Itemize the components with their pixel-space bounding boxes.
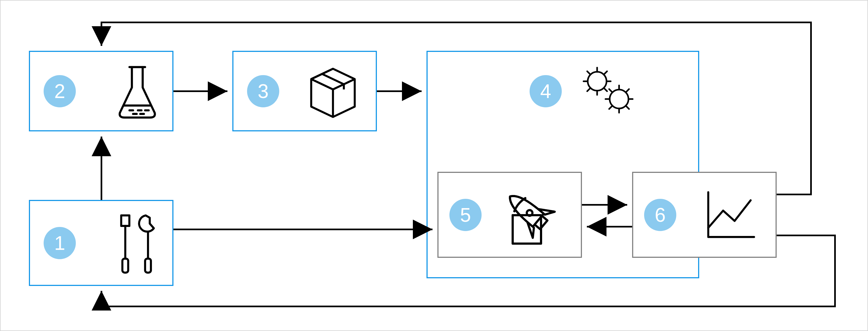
arrows-layer xyxy=(1,1,868,331)
diagram-canvas: 2 3 4 xyxy=(0,0,868,331)
edge-6-to-1 xyxy=(101,236,835,306)
edge-4-to-2 xyxy=(101,22,811,194)
